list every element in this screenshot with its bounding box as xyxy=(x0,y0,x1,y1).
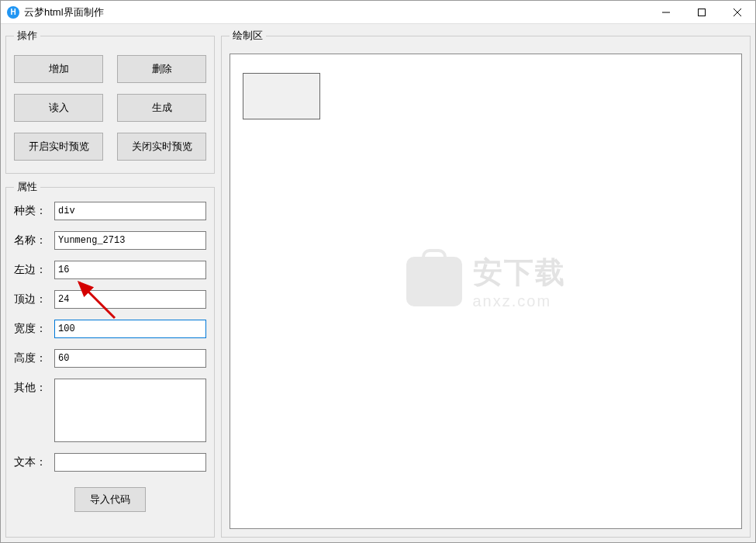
canvas-panel: 绘制区 安下载 anxz.com xyxy=(221,29,751,538)
titlebar: H 云梦html界面制作 xyxy=(1,1,755,24)
watermark-icon xyxy=(406,257,462,306)
top-label: 顶边： xyxy=(14,290,54,306)
properties-legend: 属性 xyxy=(14,180,40,194)
type-input[interactable] xyxy=(54,202,206,220)
height-input[interactable] xyxy=(54,349,206,368)
left-input[interactable] xyxy=(54,261,206,279)
name-input[interactable] xyxy=(54,231,206,250)
delete-button[interactable]: 删除 xyxy=(117,55,206,83)
canvas-legend: 绘制区 xyxy=(230,29,266,43)
watermark: 安下载 anxz.com xyxy=(406,253,566,310)
disable-preview-button[interactable]: 关闭实时预览 xyxy=(117,133,206,161)
text-input[interactable] xyxy=(54,453,206,472)
operations-legend: 操作 xyxy=(14,29,40,43)
other-label: 其他： xyxy=(14,379,54,395)
app-icon: H xyxy=(7,6,19,19)
width-label: 宽度： xyxy=(14,320,54,336)
add-button[interactable]: 增加 xyxy=(14,55,103,83)
window-controls xyxy=(648,1,755,24)
load-button[interactable]: 读入 xyxy=(14,94,103,122)
type-label: 种类： xyxy=(14,202,54,218)
watermark-main: 安下载 xyxy=(473,253,566,292)
height-label: 高度： xyxy=(14,349,54,365)
close-button[interactable] xyxy=(720,1,755,24)
properties-panel: 属性 种类： 名称： 左边： 顶边： 宽度： 高度： xyxy=(5,180,215,538)
left-label: 左边： xyxy=(14,261,54,277)
canvas[interactable]: 安下载 anxz.com xyxy=(230,54,742,529)
minimize-button[interactable] xyxy=(648,1,684,24)
watermark-sub: anxz.com xyxy=(473,292,566,310)
enable-preview-button[interactable]: 开启实时预览 xyxy=(14,133,103,161)
other-input[interactable] xyxy=(54,379,206,442)
text-label: 文本： xyxy=(14,453,54,469)
svg-rect-1 xyxy=(699,9,706,16)
import-code-button[interactable]: 导入代码 xyxy=(74,487,146,512)
generate-button[interactable]: 生成 xyxy=(117,94,206,122)
window-title: 云梦html界面制作 xyxy=(24,5,648,19)
width-input[interactable] xyxy=(54,320,206,338)
operations-panel: 操作 增加 删除 读入 生成 开启实时预览 关闭实时预览 xyxy=(5,29,215,174)
name-label: 名称： xyxy=(14,231,54,247)
drawn-element[interactable] xyxy=(243,73,320,119)
top-input[interactable] xyxy=(54,290,206,309)
maximize-button[interactable] xyxy=(684,1,720,24)
